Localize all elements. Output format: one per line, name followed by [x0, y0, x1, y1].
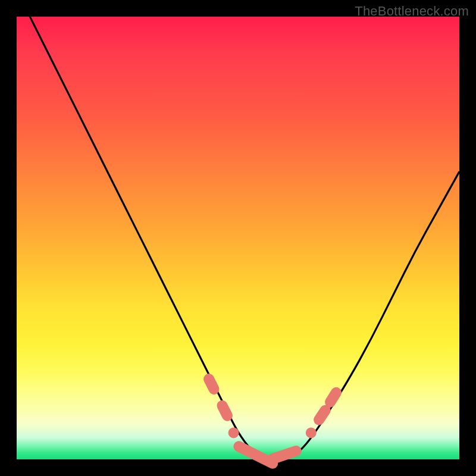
curve-marker [319, 411, 325, 420]
curve-layer [17, 17, 459, 459]
curve-marker [209, 379, 214, 389]
curve-marker [223, 406, 227, 416]
curve-marker [239, 446, 273, 463]
curve-marker [273, 451, 296, 459]
curve-marker [228, 427, 239, 438]
plot-area [17, 17, 459, 459]
curve-marker [306, 427, 317, 438]
bottleneck-curve [17, 0, 459, 459]
marker-layer [209, 379, 336, 464]
curve-marker [330, 393, 336, 402]
outer-frame: TheBottleneck.com [0, 0, 476, 476]
